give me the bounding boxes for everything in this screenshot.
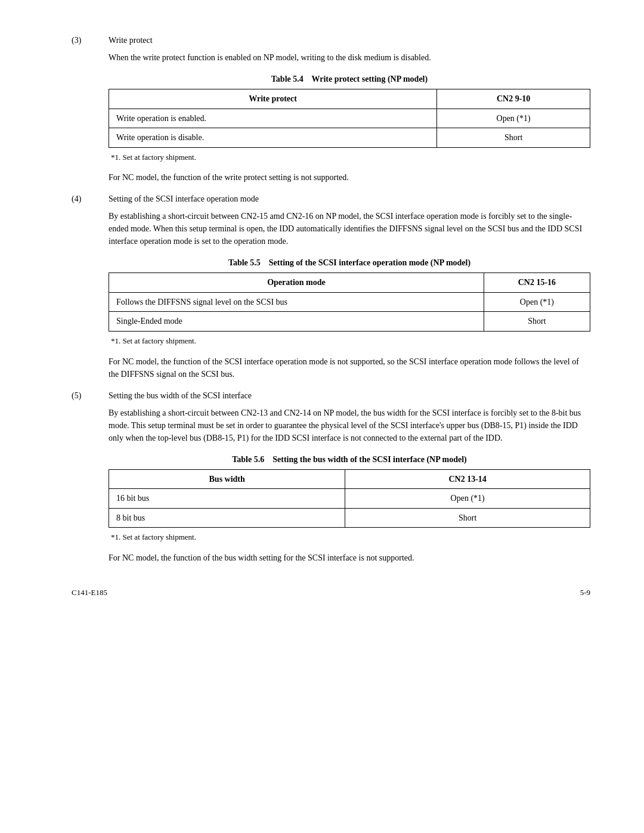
table-5-row2-col1: Single-Ended mode <box>109 312 484 332</box>
table-4-row1-col1: Write operation is enabled. <box>109 109 437 128</box>
table-6-row2-col2: Short <box>345 508 590 528</box>
table-6-row1-col1: 16 bit bus <box>109 489 345 509</box>
table-4-col1-header: Write protect <box>109 89 437 109</box>
table-4-row1-col2: Open (*1) <box>437 109 590 128</box>
table-row: Single-Ended mode Short <box>109 312 590 332</box>
section-4-intro: By establishing a short-circuit between … <box>109 210 590 247</box>
section-3-intro: When the write protect function is enabl… <box>109 51 590 64</box>
table-4-footnote: *1. Set at factory shipment. <box>111 151 590 163</box>
table-row: 16 bit bus Open (*1) <box>109 489 590 509</box>
table-row: Write operation is disable. Short <box>109 128 590 148</box>
table-6-col2-header: CN2 13-14 <box>345 469 590 489</box>
section-title-3: Write protect <box>109 36 153 45</box>
section-number-4: (4) <box>72 194 89 204</box>
section-title-4: Setting of the SCSI interface operation … <box>109 194 259 204</box>
footer-left: C141-E185 <box>72 588 107 597</box>
table-4-row2-col1: Write operation is disable. <box>109 128 437 148</box>
table-5-row2-col2: Short <box>484 312 590 332</box>
table-5-row1-col2: Open (*1) <box>484 292 590 312</box>
table-4-row2-col2: Short <box>437 128 590 148</box>
section-5-intro: By establishing a short-circuit between … <box>109 407 590 444</box>
page-content: (3) Write protect When the write protect… <box>72 36 590 597</box>
section-4-body: By establishing a short-circuit between … <box>109 210 590 380</box>
table-6-row2-col1: 8 bit bus <box>109 508 345 528</box>
table-4-col2-header: CN2 9-10 <box>437 89 590 109</box>
section-number-3: (3) <box>72 36 89 45</box>
table-5-row1-col1: Follows the DIFFSNS signal level on the … <box>109 292 484 312</box>
table-6: Bus width CN2 13-14 16 bit bus Open (*1)… <box>109 469 590 528</box>
section-3-after: For NC model, the function of the write … <box>109 171 590 184</box>
table-6-caption: Table 5.6 Setting the bus width of the S… <box>109 455 590 465</box>
table-6-footnote: *1. Set at factory shipment. <box>111 531 590 543</box>
table-5: Operation mode CN2 15-16 Follows the DIF… <box>109 272 590 332</box>
table-row: 8 bit bus Short <box>109 508 590 528</box>
table-4: Write protect CN2 9-10 Write operation i… <box>109 89 590 148</box>
table-row: Follows the DIFFSNS signal level on the … <box>109 292 590 312</box>
section-5-after: For NC model, the function of the bus wi… <box>109 552 590 564</box>
page-footer: C141-E185 5-9 <box>72 588 590 597</box>
section-3: (3) Write protect When the write protect… <box>72 36 590 184</box>
table-5-col1-header: Operation mode <box>109 273 484 293</box>
table-5-footnote: *1. Set at factory shipment. <box>111 335 590 347</box>
section-4: (4) Setting of the SCSI interface operat… <box>72 194 590 380</box>
table-4-caption: Table 5.4 Write protect setting (NP mode… <box>109 75 590 84</box>
section-title-5: Setting the bus width of the SCSI interf… <box>109 391 252 401</box>
table-5-caption: Table 5.5 Setting of the SCSI interface … <box>109 258 590 268</box>
table-5-col2-header: CN2 15-16 <box>484 273 590 293</box>
table-6-row1-col2: Open (*1) <box>345 489 590 509</box>
table-row: Write operation is enabled. Open (*1) <box>109 109 590 128</box>
section-number-5: (5) <box>72 391 89 401</box>
section-5: (5) Setting the bus width of the SCSI in… <box>72 391 590 564</box>
section-5-body: By establishing a short-circuit between … <box>109 407 590 564</box>
table-6-col1-header: Bus width <box>109 469 345 489</box>
section-4-after: For NC model, the function of the SCSI i… <box>109 355 590 380</box>
section-3-body: When the write protect function is enabl… <box>109 51 590 184</box>
footer-right: 5-9 <box>580 588 590 597</box>
